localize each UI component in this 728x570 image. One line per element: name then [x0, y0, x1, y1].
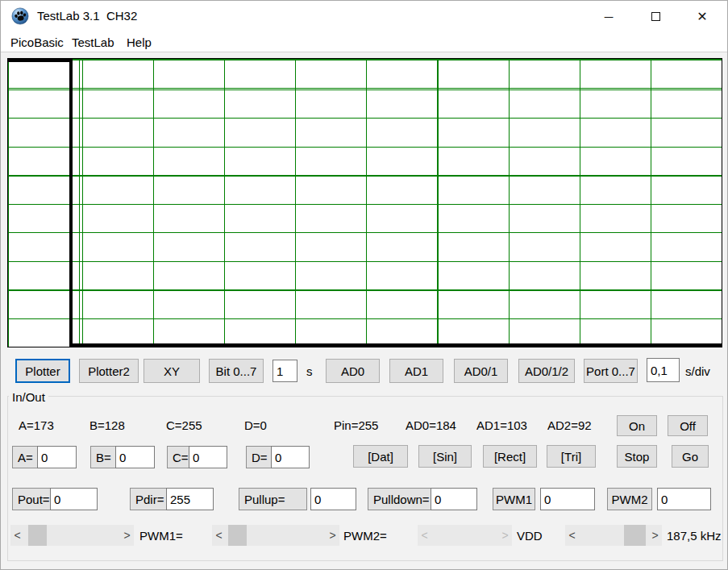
pdir-field-label: Pdir= — [130, 488, 167, 510]
pwm2-eq-label: PWM2= — [343, 529, 387, 543]
time-input[interactable] — [272, 360, 297, 382]
maximize-button[interactable] — [632, 1, 679, 31]
readout-b: B=128 — [89, 418, 125, 432]
menu-picobasic[interactable]: PicoBasic — [9, 34, 65, 51]
pdir-input[interactable] — [166, 488, 214, 510]
menu-help[interactable]: Help — [125, 34, 153, 51]
scroll-left-icon[interactable]: < — [212, 525, 226, 546]
inout-groupbox-title: In/Out — [9, 390, 48, 404]
readout-ad2: AD2=92 — [547, 418, 592, 432]
pulldown-field-label: Pulldown= — [368, 488, 431, 510]
time-unit-label: s — [306, 364, 313, 378]
tri-button[interactable]: [Tri] — [547, 445, 596, 468]
a-field-label: A= — [12, 446, 38, 468]
bit0-7-button[interactable]: Bit 0...7 — [209, 359, 264, 383]
window-title: TestLab 3.1 CH32 — [37, 9, 137, 23]
ad0-1-button[interactable]: AD0/1 — [454, 359, 508, 383]
vdd-label: VDD — [517, 529, 543, 543]
scroll-left-icon[interactable]: < — [565, 525, 579, 546]
scroll-right-icon[interactable]: > — [326, 525, 339, 546]
readout-pin: Pin=255 — [334, 418, 378, 432]
sdiv-input[interactable] — [647, 358, 680, 382]
plotter-display — [7, 58, 722, 347]
pwm2-scrollbar[interactable]: < > — [212, 525, 339, 546]
frequency-scrollbar-thumb[interactable] — [624, 525, 646, 546]
ad0-1-2-button[interactable]: AD0/1/2 — [518, 359, 575, 383]
d-input[interactable] — [271, 446, 310, 468]
plot-grid — [8, 59, 722, 347]
pout-input[interactable] — [50, 488, 98, 510]
pout-field-label: Pout= — [12, 488, 51, 510]
scroll-left-icon: < — [418, 525, 431, 546]
minimize-button[interactable]: ─ — [585, 1, 632, 31]
pulldown-input[interactable] — [431, 488, 477, 510]
ad1-button[interactable]: AD1 — [389, 359, 443, 383]
signal-trace-low — [69, 343, 722, 347]
title-bar: TestLab 3.1 CH32 ─ ✕ — [1, 1, 727, 31]
signal-trace-edge — [69, 59, 73, 347]
c-field-label: C= — [167, 446, 189, 468]
pwm2-scrollbar-thumb[interactable] — [228, 525, 247, 546]
b-input[interactable] — [115, 446, 155, 468]
readout-ad1: AD1=103 — [476, 418, 527, 432]
go-button[interactable]: Go — [672, 445, 709, 468]
readout-c: C=255 — [166, 418, 202, 432]
readout-ad0: AD0=184 — [406, 418, 456, 432]
pwm1-scrollbar[interactable]: < > — [10, 525, 134, 546]
app-window: TestLab 3.1 CH32 ─ ✕ PicoBasic TestLab H… — [0, 0, 728, 570]
a-input[interactable] — [37, 446, 77, 468]
maximize-icon — [651, 12, 660, 21]
pwm2-field-label: PWM2 — [607, 488, 652, 510]
dat-button[interactable]: [Dat] — [353, 445, 408, 468]
readout-d: D=0 — [244, 418, 267, 432]
close-icon: ✕ — [697, 9, 707, 24]
d-field-label: D= — [246, 446, 272, 468]
menu-bar: PicoBasic TestLab Help — [1, 31, 727, 52]
pwm1-scrollbar-thumb[interactable] — [28, 525, 47, 546]
scroll-right-icon[interactable]: > — [120, 525, 134, 546]
close-button[interactable]: ✕ — [679, 1, 726, 31]
port0-7-button[interactable]: Port 0...7 — [584, 359, 638, 383]
pwm2-input[interactable] — [657, 488, 711, 510]
sdiv-unit-label: s/div — [685, 364, 710, 378]
stop-button[interactable]: Stop — [617, 445, 657, 468]
pwm1-input[interactable] — [540, 488, 595, 510]
c-input[interactable] — [189, 446, 227, 468]
readout-a: A=173 — [19, 418, 54, 432]
scroll-right-icon[interactable]: > — [648, 525, 662, 546]
vdd-scrollbar[interactable]: < > — [418, 525, 512, 546]
scroll-right-icon: > — [498, 525, 512, 546]
scroll-left-icon[interactable]: < — [10, 525, 24, 546]
frequency-label: 187,5 kHz — [667, 529, 722, 543]
off-button[interactable]: Off — [668, 415, 708, 436]
xy-button[interactable]: XY — [144, 359, 200, 383]
pullup-input[interactable] — [310, 488, 356, 510]
plotter-button[interactable]: Plotter — [15, 359, 70, 383]
ad0-button[interactable]: AD0 — [326, 359, 380, 383]
signal-trace-high — [8, 59, 73, 62]
plotter2-button[interactable]: Plotter2 — [79, 359, 139, 383]
pwm1-field-label: PWM1 — [493, 488, 535, 510]
rect-button[interactable]: [Rect] — [483, 445, 537, 468]
pwm1-eq-label: PWM1= — [139, 529, 183, 543]
b-field-label: B= — [90, 446, 116, 468]
paw-app-icon — [11, 7, 29, 25]
frequency-scrollbar[interactable]: < > — [565, 525, 662, 546]
sin-button[interactable]: [Sin] — [418, 445, 472, 468]
on-button[interactable]: On — [617, 415, 657, 436]
menu-testlab[interactable]: TestLab — [70, 34, 116, 51]
minimize-icon: ─ — [605, 10, 614, 23]
pullup-field-label: Pullup= — [239, 488, 307, 510]
